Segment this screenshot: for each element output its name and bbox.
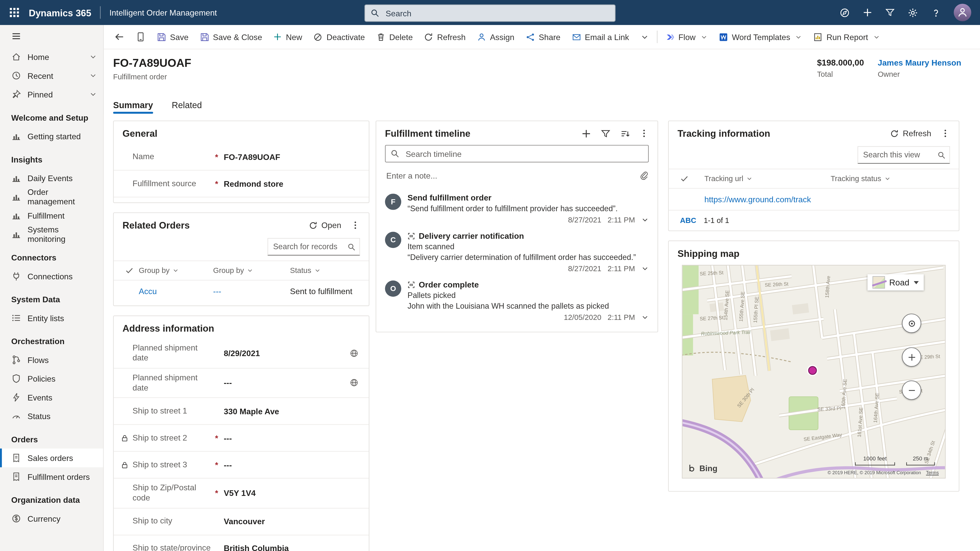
- help-icon[interactable]: [931, 7, 942, 18]
- field-value[interactable]: British Columbia: [224, 544, 359, 551]
- sidebar-item-pinned[interactable]: Pinned: [0, 85, 103, 103]
- tab-related[interactable]: Related: [172, 96, 202, 114]
- save-button[interactable]: Save: [151, 25, 194, 49]
- refresh-grid-button[interactable]: Refresh: [890, 129, 931, 138]
- select-all-check-icon[interactable]: [125, 266, 134, 275]
- field-value[interactable]: 8/29/2021: [224, 348, 359, 358]
- record-link[interactable]: Accu: [139, 286, 213, 296]
- more-commands-button[interactable]: [635, 25, 654, 49]
- zoom-in-button[interactable]: [902, 348, 921, 367]
- column-header[interactable]: Group by: [213, 266, 290, 275]
- field-value[interactable]: Redmond store: [224, 179, 359, 189]
- chevron-down-icon[interactable]: [89, 53, 97, 60]
- expand-entry-icon[interactable]: [641, 216, 649, 224]
- field-value[interactable]: Vancouver: [224, 516, 359, 526]
- sitemap-toggle-button[interactable]: [0, 25, 103, 48]
- app-launcher-waffle-icon[interactable]: [9, 7, 20, 18]
- select-all-check-icon[interactable]: [680, 174, 689, 183]
- expand-entry-icon[interactable]: [641, 265, 649, 272]
- sidebar-item-recent[interactable]: Recent: [0, 66, 103, 85]
- app-area-title[interactable]: Intelligent Order Management: [110, 8, 217, 17]
- deactivate-button[interactable]: Deactivate: [308, 25, 371, 49]
- more-options-icon[interactable]: [639, 129, 649, 138]
- column-header[interactable]: Tracking status: [831, 174, 950, 183]
- owner-link[interactable]: James Maury Henson: [878, 58, 961, 68]
- delete-button[interactable]: Delete: [371, 25, 418, 49]
- sidebar-item-fulfillment[interactable]: Fulfillment: [0, 206, 103, 225]
- chevron-down-icon[interactable]: [89, 91, 97, 98]
- sidebar-item-flows[interactable]: Flows: [0, 351, 103, 369]
- field-value[interactable]: ---: [224, 378, 359, 387]
- sidebar-item-getting-started[interactable]: Getting started: [0, 127, 103, 145]
- open-records-button[interactable]: Open: [309, 221, 341, 230]
- field-value[interactable]: ---: [224, 433, 359, 443]
- global-search-box[interactable]: [364, 4, 616, 22]
- sort-timeline-icon[interactable]: [620, 128, 630, 138]
- subgrid-search-input[interactable]: [272, 242, 347, 252]
- share-button[interactable]: Share: [520, 25, 566, 49]
- table-row[interactable]: Accu --- Sent to fulfillment: [114, 281, 369, 302]
- assign-button[interactable]: Assign: [471, 25, 520, 49]
- grid-search-input[interactable]: [862, 150, 937, 160]
- more-options-icon[interactable]: [941, 129, 950, 138]
- search-icon[interactable]: [348, 243, 356, 251]
- focused-view-button[interactable]: [130, 25, 151, 49]
- sidebar-item-policies[interactable]: Policies: [0, 369, 103, 388]
- field-value[interactable]: ---: [224, 460, 359, 470]
- refresh-button[interactable]: Refresh: [418, 25, 471, 49]
- timeline-entry[interactable]: F Send fulfillment order “Send fulfillme…: [376, 186, 657, 224]
- grid-search-box[interactable]: [858, 146, 950, 164]
- field-value[interactable]: FO-7A89UOAF: [224, 152, 359, 162]
- sidebar-item-order-management[interactable]: Order management: [0, 187, 103, 206]
- user-avatar[interactable]: [954, 4, 971, 21]
- zoom-out-button[interactable]: [902, 380, 921, 400]
- timeline-search-box[interactable]: [385, 145, 649, 162]
- quick-create-plus-icon[interactable]: [862, 7, 873, 17]
- sidebar-item-entity-lists[interactable]: Entity lists: [0, 309, 103, 327]
- subgrid-search-box[interactable]: [267, 238, 360, 256]
- search-icon[interactable]: [937, 151, 945, 159]
- paperclip-icon[interactable]: [639, 171, 649, 180]
- column-header[interactable]: Group by: [139, 266, 213, 275]
- table-row[interactable]: https://www.ground.com/track: [669, 189, 959, 211]
- terms-link[interactable]: Terms: [926, 470, 939, 475]
- more-options-icon[interactable]: [351, 221, 360, 230]
- filter-icon[interactable]: [885, 7, 895, 17]
- sidebar-item-sales-orders[interactable]: Sales orders: [0, 448, 103, 467]
- locate-me-button[interactable]: [902, 313, 921, 333]
- app-title[interactable]: Dynamics 365: [29, 7, 91, 18]
- column-header[interactable]: Status: [290, 266, 360, 275]
- bing-logo[interactable]: Bing: [687, 464, 718, 473]
- sidebar-item-connections[interactable]: Connections: [0, 267, 103, 286]
- globe-icon[interactable]: [349, 348, 359, 358]
- map-canvas[interactable]: SE 25th St SE 26th St 158th Ave 154th Av…: [682, 265, 945, 478]
- sidebar-item-home[interactable]: Home: [0, 48, 103, 66]
- chevron-down-icon[interactable]: [89, 72, 97, 79]
- sidebar-item-currency[interactable]: Currency: [0, 509, 103, 528]
- globe-icon[interactable]: [349, 378, 359, 387]
- map-marker[interactable]: [807, 365, 818, 376]
- save-and-close-button[interactable]: Save & Close: [194, 25, 268, 49]
- sidebar-item-daily-events[interactable]: Daily Events: [0, 168, 103, 187]
- settings-gear-icon[interactable]: [907, 7, 918, 18]
- tracking-url-link[interactable]: https://www.ground.com/track: [704, 195, 831, 204]
- new-button[interactable]: New: [268, 25, 308, 49]
- map-style-selector[interactable]: Road: [867, 274, 924, 291]
- flow-button[interactable]: Flow: [660, 25, 713, 49]
- timeline-entry[interactable]: O Order complete Pallets picked John wit…: [376, 273, 657, 322]
- record-link[interactable]: ---: [213, 286, 290, 296]
- sidebar-item-fulfillment-orders[interactable]: Fulfillment orders: [0, 467, 103, 486]
- jump-bar[interactable]: ABC: [680, 216, 696, 225]
- back-button[interactable]: [109, 25, 130, 49]
- guided-help-compass-icon[interactable]: [839, 7, 850, 18]
- email-link-button[interactable]: Email a Link: [566, 25, 635, 49]
- timeline-note-row[interactable]: [385, 166, 649, 185]
- run-report-button[interactable]: Run Report: [808, 25, 886, 49]
- sidebar-item-status[interactable]: Status: [0, 407, 103, 425]
- note-input[interactable]: [385, 170, 635, 181]
- filter-timeline-icon[interactable]: [600, 128, 611, 138]
- add-timeline-record-icon[interactable]: [581, 128, 591, 138]
- field-value[interactable]: 330 Maple Ave: [224, 407, 359, 416]
- timeline-search-input[interactable]: [404, 148, 643, 159]
- expand-entry-icon[interactable]: [641, 313, 649, 321]
